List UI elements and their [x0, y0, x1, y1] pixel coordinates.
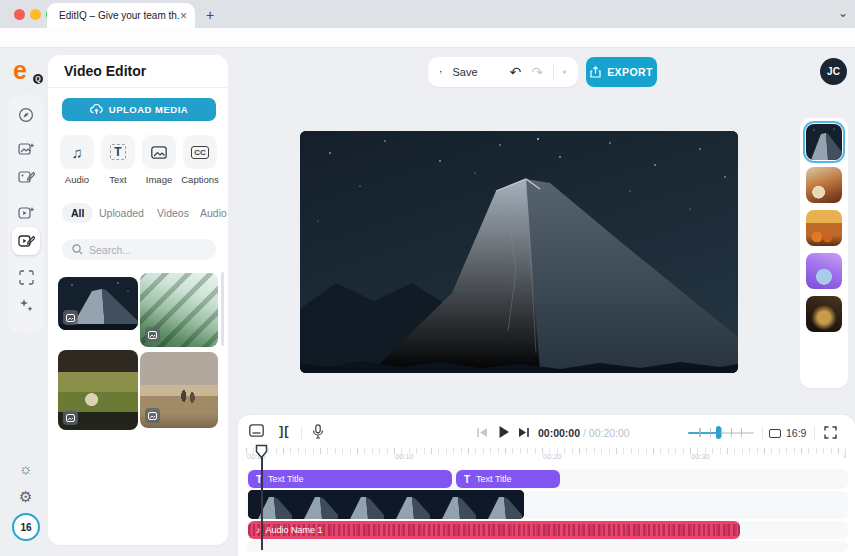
save-button[interactable]: Save [452, 66, 477, 78]
filmstrip-frame [386, 490, 432, 519]
avatar-initials: JC [827, 66, 840, 77]
aspect-ratio-button[interactable]: 16:9 [769, 427, 806, 439]
tool-audio-label: Audio [57, 174, 97, 185]
sparkles-icon [18, 297, 34, 313]
browser-tab[interactable]: EditIQ – Give your team th... × [47, 3, 195, 28]
library-thumb-couple-field[interactable] [140, 352, 218, 428]
window-close-button[interactable] [14, 9, 25, 20]
rail-item-resize[interactable] [12, 263, 40, 291]
current-time: 00:00:00 [538, 427, 580, 439]
library-thumb-mountain[interactable] [58, 277, 138, 330]
filmstrip-frame [294, 490, 340, 519]
text-clip-label: Text Title [476, 474, 512, 484]
video-sparkle-icon [18, 205, 35, 221]
image-type-badge [145, 327, 160, 342]
ruler-label: 00:10 [395, 452, 414, 461]
settings-gear-icon[interactable]: ⚙ [19, 488, 32, 506]
export-button[interactable]: EXPORT [586, 57, 657, 87]
image-edit-icon [18, 169, 35, 185]
split-clip-icon[interactable]: ][ [279, 423, 290, 438]
library-thumb-van[interactable] [58, 350, 138, 430]
text-clip-1[interactable]: T Text Title [248, 470, 452, 488]
panel-divider [48, 87, 228, 88]
playhead-handle[interactable] [255, 444, 268, 459]
ruler-scroll-icon[interactable]: › [843, 449, 847, 461]
theme-toggle-sun-icon[interactable]: ☼ [19, 460, 33, 477]
add-scene-icon[interactable] [249, 424, 264, 437]
play-icon[interactable] [498, 425, 510, 439]
text-tool-icon: T [110, 144, 125, 160]
filmstrip-frame [340, 490, 386, 519]
undo-icon[interactable]: ↶ [510, 64, 522, 80]
panel-title: Video Editor [64, 63, 146, 79]
tab-all[interactable]: All [62, 203, 93, 223]
save-icon[interactable] [440, 66, 442, 79]
window-minimize-button[interactable] [30, 9, 41, 20]
tab-uploaded[interactable]: Uploaded [99, 207, 144, 219]
upload-media-label: UPLOAD MEDIA [109, 104, 188, 115]
image-icon [151, 146, 167, 159]
tool-text-label: Text [98, 174, 138, 185]
new-tab-button[interactable]: + [206, 7, 214, 23]
skip-forward-icon[interactable] [518, 427, 530, 438]
ruler-label: 00:30 [691, 452, 710, 461]
scene-thumb-treasure[interactable] [806, 296, 842, 332]
rail-item-discover[interactable] [12, 101, 40, 129]
credits-badge[interactable]: 16 [12, 513, 40, 541]
playhead-line[interactable] [261, 447, 263, 550]
text-clip-2[interactable]: T Text Title [456, 470, 560, 488]
layers-icon[interactable] [563, 65, 566, 79]
aspect-rect-icon [769, 429, 781, 438]
audio-clip[interactable]: ♪ Audio Name 1 [248, 521, 740, 539]
timeline-divider [762, 426, 763, 440]
rail-item-image-editor[interactable] [12, 163, 40, 191]
export-share-icon [590, 66, 601, 78]
redo-icon[interactable]: ↷ [531, 64, 543, 80]
rail-item-ai-image[interactable] [12, 135, 40, 163]
captions-icon: CC [191, 146, 209, 159]
tab-audio[interactable]: Audio [200, 207, 227, 219]
tab-videos[interactable]: Videos [157, 207, 189, 219]
skip-back-icon[interactable] [476, 427, 488, 438]
video-clip[interactable] [248, 490, 524, 519]
audio-note-icon: ♪ [256, 525, 261, 535]
track-lane-empty [246, 541, 848, 552]
zoom-slider-handle[interactable] [716, 426, 721, 439]
music-note-icon: ♫ [71, 144, 82, 161]
timeline-divider [301, 426, 302, 440]
tool-captions-button[interactable]: CC [183, 135, 217, 169]
tool-image-button[interactable] [142, 135, 176, 169]
image-type-badge [145, 408, 160, 423]
tool-audio-button[interactable]: ♫ [60, 135, 94, 169]
microphone-icon[interactable] [312, 424, 324, 439]
scene-thumb-wizard[interactable] [806, 253, 842, 289]
user-avatar[interactable]: JC [820, 58, 847, 85]
tool-image-label: Image [139, 174, 179, 185]
browser-toolbar: ← → ↻ www.editiq.ai ☆ ⋮ [0, 28, 855, 48]
timeline-zoom-slider[interactable] [688, 430, 754, 435]
ruler-label: 00:20 [543, 452, 562, 461]
text-clip-icon: T [464, 474, 470, 485]
scene-thumb-mountain[interactable] [806, 124, 842, 160]
rail-item-ai-tools[interactable] [12, 291, 40, 319]
credits-count: 16 [20, 522, 31, 533]
rail-item-video-editor[interactable] [12, 227, 40, 255]
tab-search-chevron-icon[interactable]: ⌄ [838, 6, 848, 20]
save-toolbar: Save ↶ ↷ [428, 57, 578, 87]
scene-thumb-town[interactable] [806, 210, 842, 246]
video-preview[interactable] [300, 131, 738, 373]
library-thumb-palms[interactable] [140, 273, 218, 347]
tool-captions-label: Captions [180, 174, 220, 185]
panel-scrollbar[interactable] [221, 272, 224, 346]
scene-1-image [806, 124, 842, 160]
search-input[interactable] [89, 244, 199, 256]
tool-text-button[interactable]: T [101, 135, 135, 169]
timecode-display: 00:00:00 / 00:20:00 [538, 427, 630, 439]
tab-close-icon[interactable]: × [180, 9, 187, 23]
rail-item-ai-video[interactable] [12, 199, 40, 227]
scene-thumb-autumn[interactable] [806, 167, 842, 203]
upload-media-button[interactable]: UPLOAD MEDIA [62, 98, 216, 121]
fullscreen-icon[interactable] [824, 426, 837, 439]
search-field[interactable] [62, 239, 216, 260]
compass-icon [18, 107, 34, 123]
